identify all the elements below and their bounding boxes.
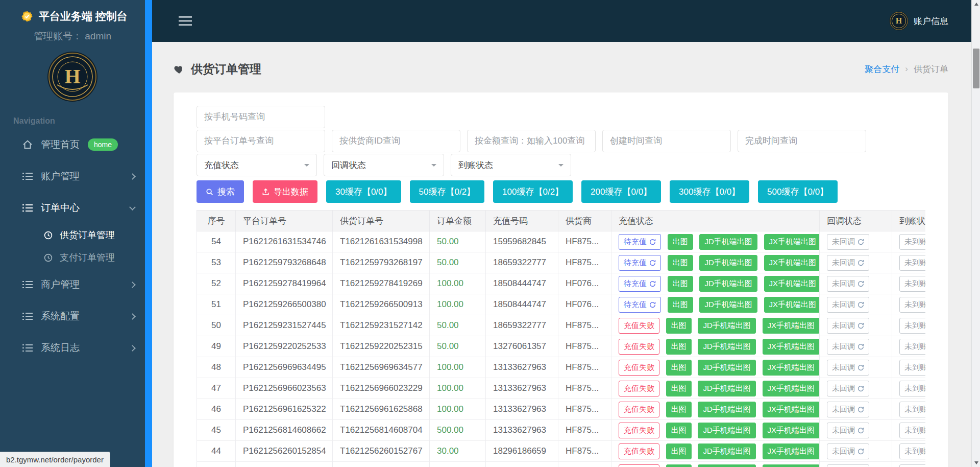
arrival-status-button[interactable]: 未到账: [899, 423, 925, 438]
breadcrumb-parent-link[interactable]: 聚合支付: [865, 63, 899, 75]
jd-mobile-chart-button[interactable]: JD手机端出图: [699, 255, 757, 271]
recharge-status-button[interactable]: 充值失败: [619, 381, 659, 396]
recharge-status-button[interactable]: 充值失败: [619, 423, 659, 438]
recharge-status-button[interactable]: 充值失败: [619, 443, 659, 459]
recharge-status-button[interactable]: 待充值: [619, 276, 661, 292]
callback-status-button[interactable]: 未回调: [827, 318, 869, 334]
jx-mobile-chart-button[interactable]: JX手机端出图: [763, 360, 820, 376]
cache-500-button[interactable]: 500缓存【0/0】: [758, 180, 838, 203]
jx-mobile-chart-button[interactable]: JX手机端出图: [763, 443, 820, 459]
recharge-status-button[interactable]: 充值失败: [619, 339, 659, 355]
callback-status-button[interactable]: 未回调: [827, 339, 869, 355]
sidebar-item-payment-orders[interactable]: 支付订单管理: [0, 246, 145, 269]
sidebar-item-system-config[interactable]: 系统配置: [0, 300, 145, 332]
chart-button[interactable]: 出图: [668, 234, 693, 250]
cache-300-button[interactable]: 300缓存【0/0】: [670, 180, 749, 203]
arrival-status-select[interactable]: 到账状态: [451, 154, 571, 176]
chart-button[interactable]: 出图: [668, 297, 693, 313]
recharge-status-button[interactable]: 待充值: [619, 234, 661, 250]
recharge-status-button[interactable]: 待充值: [619, 297, 661, 313]
chart-button[interactable]: 出图: [666, 443, 692, 459]
recharge-status-button[interactable]: 充值失败: [619, 360, 659, 376]
chart-button[interactable]: 出图: [666, 423, 692, 438]
callback-status-button[interactable]: 未回调: [827, 297, 869, 313]
finish-time-input[interactable]: [738, 130, 866, 152]
browser-scrollbar[interactable]: [971, 0, 980, 467]
sidebar-item-system-logs[interactable]: 系统日志: [0, 332, 145, 364]
amount-input[interactable]: [467, 130, 596, 152]
sidebar-item-supply-orders[interactable]: 供货订单管理: [0, 224, 145, 246]
callback-status-button[interactable]: 未回调: [827, 360, 869, 376]
jx-mobile-chart-button[interactable]: JX手机端出图: [764, 276, 820, 292]
arrival-status-button[interactable]: 未到账: [899, 402, 925, 417]
jd-mobile-chart-button[interactable]: JD手机端出图: [698, 339, 755, 355]
arrival-status-button[interactable]: 未到账: [899, 318, 925, 334]
arrival-status-button[interactable]: 未到账: [899, 339, 925, 355]
jd-mobile-chart-button[interactable]: JD手机端出图: [698, 318, 755, 334]
callback-status-button[interactable]: 未回调: [827, 464, 869, 467]
jd-mobile-chart-button[interactable]: JD手机端出图: [698, 464, 755, 467]
jd-mobile-chart-button[interactable]: JD手机端出图: [699, 276, 757, 292]
chart-button[interactable]: 出图: [666, 318, 692, 334]
jx-mobile-chart-button[interactable]: JX手机端出图: [763, 318, 820, 334]
recharge-status-select[interactable]: 充值状态: [197, 154, 317, 176]
platform-order-input[interactable]: [197, 130, 325, 152]
chart-button[interactable]: 出图: [666, 381, 692, 396]
callback-status-button[interactable]: 未回调: [827, 255, 869, 271]
callback-status-select[interactable]: 回调状态: [324, 154, 444, 176]
jx-mobile-chart-button[interactable]: JX手机端出图: [763, 381, 820, 396]
chart-button[interactable]: 出图: [668, 276, 693, 292]
sidebar-item-merchants[interactable]: 商户管理: [0, 269, 145, 300]
jx-mobile-chart-button[interactable]: JX手机端出图: [763, 339, 820, 355]
recharge-status-button[interactable]: 待充值: [619, 255, 661, 271]
jx-mobile-chart-button[interactable]: JX手机端出图: [763, 423, 820, 438]
arrival-status-button[interactable]: 未到账: [899, 276, 925, 292]
chart-button[interactable]: 出图: [666, 360, 692, 376]
arrival-status-button[interactable]: 未到账: [899, 464, 925, 467]
cache-200-button[interactable]: 200缓存【0/0】: [581, 180, 661, 203]
jd-mobile-chart-button[interactable]: JD手机端出图: [699, 234, 757, 250]
menu-toggle-icon[interactable]: [179, 16, 192, 26]
callback-status-button[interactable]: 未回调: [827, 423, 869, 438]
sidebar-item-order-center[interactable]: 订单中心: [0, 192, 145, 224]
cache-100-button[interactable]: 100缓存【0/2】: [493, 180, 573, 203]
create-time-input[interactable]: [602, 130, 731, 152]
jd-mobile-chart-button[interactable]: JD手机端出图: [698, 381, 755, 396]
jd-mobile-chart-button[interactable]: JD手机端出图: [698, 360, 755, 376]
account-info-button[interactable]: H 账户信息: [889, 11, 948, 31]
callback-status-button[interactable]: 未回调: [827, 276, 869, 292]
arrival-status-button[interactable]: 未到账: [899, 297, 925, 313]
scrollbar-thumb[interactable]: [973, 49, 979, 88]
recharge-status-button[interactable]: 充值失败: [619, 464, 659, 467]
jx-mobile-chart-button[interactable]: JX手机端出图: [763, 464, 820, 467]
jx-mobile-chart-button[interactable]: JX手机端出图: [764, 255, 820, 271]
search-button[interactable]: 搜索: [197, 180, 244, 203]
callback-status-button[interactable]: 未回调: [827, 402, 869, 417]
arrival-status-button[interactable]: 未到账: [899, 381, 925, 396]
cache-50-button[interactable]: 50缓存【0/2】: [410, 180, 485, 203]
jd-mobile-chart-button[interactable]: JD手机端出图: [699, 297, 757, 313]
recharge-status-button[interactable]: 充值失败: [619, 402, 659, 417]
jx-mobile-chart-button[interactable]: JX手机端出图: [763, 402, 820, 417]
supplier-id-input[interactable]: [332, 130, 460, 152]
scrollbar-down-arrow[interactable]: [972, 459, 980, 467]
jd-mobile-chart-button[interactable]: JD手机端出图: [698, 402, 755, 417]
callback-status-button[interactable]: 未回调: [827, 381, 869, 396]
chart-button[interactable]: 出图: [666, 464, 692, 467]
chart-button[interactable]: 出图: [666, 402, 692, 417]
arrival-status-button[interactable]: 未到账: [899, 234, 925, 250]
jx-mobile-chart-button[interactable]: JX手机端出图: [764, 234, 820, 250]
callback-status-button[interactable]: 未回调: [827, 234, 869, 250]
sidebar-item-dashboard[interactable]: 管理首页 home: [0, 129, 145, 160]
jd-mobile-chart-button[interactable]: JD手机端出图: [698, 423, 755, 438]
cache-30-button[interactable]: 30缓存【0/0】: [326, 180, 401, 203]
phone-search-input[interactable]: [197, 106, 325, 128]
jd-mobile-chart-button[interactable]: JD手机端出图: [698, 443, 755, 459]
arrival-status-button[interactable]: 未到账: [899, 443, 925, 459]
chart-button[interactable]: 出图: [666, 339, 692, 355]
recharge-status-button[interactable]: 充值失败: [619, 318, 659, 334]
callback-status-button[interactable]: 未回调: [827, 443, 869, 459]
sidebar-item-accounts[interactable]: 账户管理: [0, 160, 145, 192]
arrival-status-button[interactable]: 未到账: [899, 360, 925, 376]
jx-mobile-chart-button[interactable]: JX手机端出图: [764, 297, 820, 313]
